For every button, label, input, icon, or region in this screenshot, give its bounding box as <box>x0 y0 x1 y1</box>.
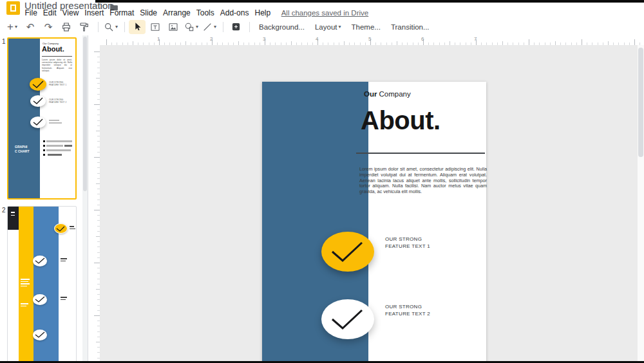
plus-icon: + <box>7 22 14 32</box>
menu-view[interactable]: View <box>59 7 82 19</box>
menu-edit[interactable]: Edit <box>40 7 59 19</box>
ruler-number: 5 <box>368 36 371 42</box>
ruler-number: 7 <box>474 36 477 42</box>
menu-help[interactable]: Help <box>252 7 274 19</box>
thumb1-feature-1-ellipse <box>30 78 46 91</box>
print-icon <box>61 22 71 32</box>
slide-body-text[interactable]: Lorem ipsum dolor sit amet, consectetur … <box>359 167 487 195</box>
paint-roller-icon <box>79 22 90 32</box>
slide-1-thumbnail[interactable]: Our Company About. Lorem ipsum dolor sit… <box>7 37 77 200</box>
thumb2-sidebar-text <box>21 303 28 308</box>
theme-button[interactable]: Theme... <box>346 21 386 33</box>
insert-line-button[interactable]: ▾ <box>201 20 218 34</box>
slide-eyebrow-text[interactable]: OurCompany <box>364 90 411 98</box>
thumb1-graphic-chart-label: GRAPHIC CHART <box>15 145 37 153</box>
ruler-number: 4 <box>316 36 318 42</box>
chevron-down-icon: ▾ <box>214 24 216 30</box>
menu-addons[interactable]: Add-ons <box>217 7 252 19</box>
thumb2-feature-text <box>61 258 67 263</box>
toolbar-separator <box>223 22 223 32</box>
ruler-number: 3 <box>263 36 265 42</box>
print-button[interactable] <box>58 20 75 34</box>
menu-format[interactable]: Format <box>107 7 137 19</box>
slides-logo-glyph <box>10 5 16 12</box>
thumb1-feature-3-ellipse <box>30 116 46 128</box>
slides-logo[interactable] <box>6 1 20 15</box>
thumb2-feature-text <box>61 297 67 301</box>
check-icon <box>33 294 47 305</box>
text-box-tool-button[interactable] <box>147 20 164 34</box>
zoom-button[interactable]: ▾ <box>102 20 119 34</box>
menu-tools[interactable]: Tools <box>193 7 217 19</box>
thumb2-feature-ellipse <box>33 256 47 266</box>
background-button[interactable]: Background... <box>254 21 310 33</box>
insert-comment-button[interactable] <box>227 20 244 34</box>
filmstrip: 1 Our Company About. Lorem ipsum dolor s… <box>0 35 88 361</box>
screen-edge-top <box>95 0 644 3</box>
slide-2-thumbnail[interactable] <box>7 206 77 361</box>
thumb2-yellow-ellipse <box>54 223 68 234</box>
canvas: 1 2 3 4 5 6 7 OurCompany About. Lorem ip… <box>89 35 644 361</box>
ruler-corner <box>89 35 100 45</box>
thumb1-title: About. <box>42 45 64 53</box>
new-slide-button[interactable]: + ▾ <box>4 20 21 34</box>
chevron-down-icon: ▾ <box>196 24 198 30</box>
thumb1-feature-3-text <box>49 120 62 125</box>
slide-canvas[interactable]: OurCompany About. Lorem ipsum dolor sit … <box>262 82 486 361</box>
slide-2-number: 2 <box>2 207 6 214</box>
undo-button[interactable]: ↶ <box>22 20 39 34</box>
feature-1-ellipse[interactable] <box>321 232 374 272</box>
horizontal-ruler[interactable]: 1 2 3 4 5 6 7 <box>100 35 644 45</box>
thumb1-mini-chart <box>43 140 73 158</box>
text-box-icon <box>150 22 160 32</box>
undo-icon: ↶ <box>26 22 35 32</box>
slide-divider-line[interactable] <box>356 153 485 154</box>
transition-button[interactable]: Transition... <box>386 21 435 33</box>
chevron-down-icon: ▾ <box>115 24 118 30</box>
layout-button[interactable]: Layout ▾ <box>310 21 346 33</box>
saved-status-link[interactable]: All changes saved in Drive <box>281 9 369 17</box>
chevron-down-icon: ▾ <box>15 24 17 30</box>
thumb1-feature-2-text: OUR STRONGFEATURE TEXT 2 <box>49 98 66 104</box>
canvas-scrollbar[interactable] <box>638 45 644 361</box>
menubar: File Edit View Insert Format Slide Arran… <box>22 7 368 19</box>
filmstrip-scrollbar-thumb[interactable] <box>83 37 87 191</box>
slide-eyebrow-rest: Company <box>379 90 410 98</box>
cursor-icon <box>133 22 142 32</box>
feature-2-ellipse[interactable] <box>321 299 374 339</box>
chevron-down-icon: ▾ <box>339 24 341 30</box>
toolbar-separator <box>98 22 99 32</box>
redo-icon: ↷ <box>44 22 53 32</box>
canvas-scrollbar-thumb[interactable] <box>638 48 643 157</box>
filmstrip-scrollbar[interactable] <box>82 35 88 361</box>
select-tool-button[interactable] <box>129 20 146 34</box>
shape-icon <box>184 22 194 32</box>
layout-button-label: Layout <box>315 23 337 31</box>
ruler-number: 1 <box>157 36 160 42</box>
menu-file[interactable]: File <box>22 7 40 19</box>
app-window: Untitled presentation ☆ File Edit View I… <box>0 0 644 363</box>
thumb2-feature-ellipse <box>33 330 47 340</box>
toolbar-separator <box>124 22 125 32</box>
zoom-icon <box>104 22 114 32</box>
insert-image-button[interactable] <box>165 20 182 34</box>
menu-arrange[interactable]: Arrange <box>160 7 194 19</box>
image-icon <box>168 22 178 32</box>
feature-1-text[interactable]: OUR STRONGFEATURE TEXT 1 <box>385 236 430 250</box>
thumb2-sidebar-text <box>21 279 30 288</box>
vertical-ruler[interactable] <box>89 45 100 361</box>
ruler-number: 6 <box>421 36 424 42</box>
thumb2-black-block <box>8 207 19 230</box>
redo-button[interactable]: ↷ <box>40 20 57 34</box>
insert-shape-button[interactable]: ▾ <box>183 20 200 34</box>
slide-title[interactable]: About. <box>361 106 440 135</box>
menu-insert[interactable]: Insert <box>82 7 107 19</box>
thumb1-feature-1-text: OUR STRONGFEATURE TEXT 1 <box>49 81 66 86</box>
paint-format-button[interactable] <box>76 20 93 34</box>
thumb1-feature-2-ellipse <box>30 95 46 107</box>
thumb2-caption-text <box>70 226 75 230</box>
feature-2-text[interactable]: OUR STRONGFEATURE TEXT 2 <box>385 303 430 317</box>
check-icon <box>321 299 374 339</box>
menu-slide[interactable]: Slide <box>137 7 160 19</box>
comment-icon <box>231 22 241 32</box>
